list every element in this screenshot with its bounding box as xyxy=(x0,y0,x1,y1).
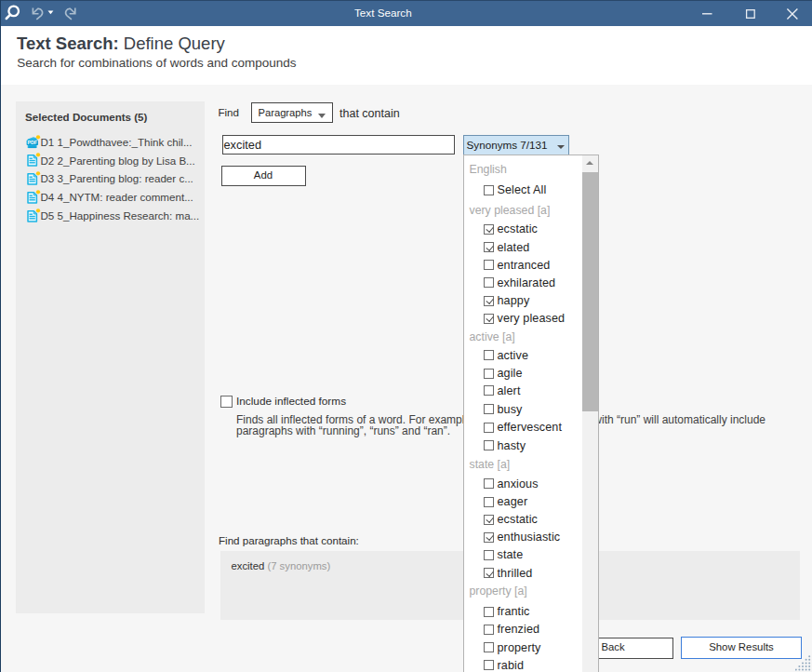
svg-text:PDF: PDF xyxy=(28,140,37,145)
